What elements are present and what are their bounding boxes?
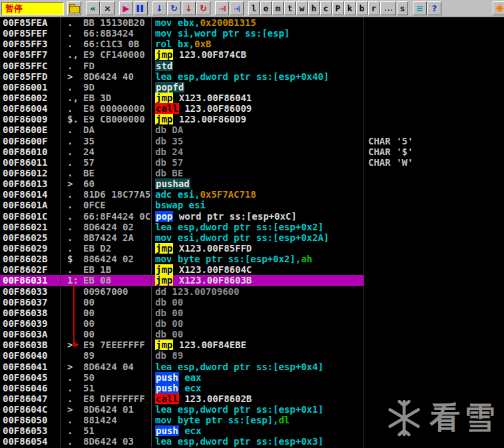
- disasm-row[interactable]: 00F86013>60pushad: [0, 178, 504, 189]
- handles-pane-button[interactable]: h: [308, 1, 320, 15]
- run-button[interactable]: ▶: [119, 1, 133, 15]
- source-pane-button[interactable]: s: [397, 1, 408, 15]
- disasm-row[interactable]: 00F86002.,EB 3Djmp X123.00F86041: [0, 93, 504, 103]
- run-trace-pane-button[interactable]: ...: [380, 1, 396, 15]
- comment-cell: [364, 103, 504, 114]
- disassembly-cell: db DA: [152, 124, 364, 135]
- executables-pane-button[interactable]: e: [260, 1, 272, 15]
- disasm-row[interactable]: 00F85FFD>8D6424 40lea esp,dword ptr ss:[…: [0, 71, 504, 82]
- analysis-marks-cell: .: [61, 157, 83, 168]
- step-over-icon: ↻: [170, 3, 178, 13]
- opcode-bytes-cell: 8D6424 40: [83, 71, 152, 82]
- disassembly-cell: jmp X123.00F8604C: [152, 264, 364, 275]
- analysis-marks-cell: [61, 297, 83, 308]
- patches-pane-button[interactable]: P: [332, 1, 344, 15]
- disasm-row[interactable]: 00F8603700db 00: [0, 297, 504, 308]
- disasm-row[interactable]: 00F86041>8D6424 04lea esp,dword ptr ss:[…: [0, 361, 504, 372]
- disassembly-cell: db 35: [152, 136, 364, 146]
- comment-cell: [364, 93, 504, 103]
- disasm-row[interactable]: 00F8600E.DAdb DA: [0, 124, 504, 135]
- disasm-row[interactable]: 00F85FEF.66:8B3424mov si,word ptr ss:[es…: [0, 28, 504, 39]
- references-pane-button[interactable]: r: [368, 1, 379, 15]
- disassembly-cell: db 00: [152, 297, 364, 308]
- disasm-row[interactable]: 00F8603800db 00: [0, 308, 504, 318]
- opcode-bytes-cell: EB 1B: [83, 264, 152, 275]
- address-cell: 00F86011: [0, 157, 61, 168]
- memory-pane-button[interactable]: m: [272, 1, 284, 15]
- disassembly-cell: pop word ptr ss:[esp+0xC]: [152, 211, 364, 222]
- address-cell: 00F86002: [0, 93, 61, 103]
- disasm-row[interactable]: 00F85FF3.66:C1C3 0Brol bx,0xB: [0, 39, 504, 49]
- disasm-row[interactable]: 00F86012.BEdb BE: [0, 168, 504, 178]
- disasm-row[interactable]: 00F8604089db 89: [0, 350, 504, 361]
- disasm-row[interactable]: 00F86014.81D6 18C77A5Fadc esi,0x5F7AC718: [0, 189, 504, 200]
- disasm-row[interactable]: 00F860311:EB 08jmp X123.00F8603B: [0, 275, 504, 286]
- disasm-row[interactable]: 00F85FF7.,E9 CF140000jmp 123.00F874CB: [0, 49, 504, 60]
- disasm-row[interactable]: 00F86025.8B7424 2Amov esi,dword ptr ss:[…: [0, 232, 504, 243]
- appearance-button[interactable]: ≡: [413, 1, 427, 15]
- analysis-marks-cell: .: [61, 222, 83, 232]
- pause-icon: ▌▌: [137, 5, 145, 12]
- disasm-row[interactable]: 00F8600F.35db 35CHAR '5': [0, 136, 504, 146]
- address-cell: 00F86039: [0, 318, 61, 329]
- plugin-button[interactable]: [493, 1, 504, 15]
- disasm-row[interactable]: 00F8601A.0FCEbswap esi: [0, 200, 504, 210]
- animate-into-button[interactable]: ↓: [182, 1, 196, 15]
- log-pane-button[interactable]: l: [248, 1, 260, 15]
- comment-cell: [364, 28, 504, 39]
- goto-icon: →|: [234, 5, 240, 12]
- disasm-row[interactable]: 00F86004.E8 00000000call 123.00F86009: [0, 103, 504, 114]
- address-cell: 00F86013: [0, 178, 61, 189]
- disasm-row[interactable]: 00F86001.9Dpopfd: [0, 82, 504, 93]
- threads-pane-button[interactable]: t: [284, 1, 296, 15]
- disassembly-cell: mov byte ptr ss:[esp+0x2],ah: [152, 254, 364, 264]
- disasm-row[interactable]: 00F8601C.66:8F4424 0Cpop word ptr ss:[es…: [0, 211, 504, 222]
- analysis-marks-cell: .: [61, 189, 83, 200]
- address-cell: 00F8601A: [0, 200, 61, 210]
- disasm-row[interactable]: 00F85FEA.BB 15130B20mov ebx,0x200B1315: [0, 17, 504, 28]
- exec-till-return-button[interactable]: →]: [215, 1, 229, 15]
- disassembly-cell: db BE: [152, 168, 364, 178]
- disasm-row[interactable]: 00F86045.50push eax: [0, 372, 504, 383]
- disassembly-listing[interactable]: 00F85FEA.BB 15130B20mov ebx,0x200B131500…: [0, 17, 504, 448]
- disasm-row[interactable]: 00F86009$.E9 CB000000jmp 123.00F860D9: [0, 114, 504, 124]
- breakpoints-pane-button[interactable]: b: [356, 1, 368, 15]
- opcode-bytes-cell: EB 08: [83, 275, 152, 286]
- disasm-row[interactable]: 00F8603900db 00: [0, 318, 504, 329]
- opcode-bytes-cell: 00967000: [83, 286, 152, 297]
- opcode-bytes-cell: 81D6 18C77A5F: [83, 189, 152, 200]
- open-file-button[interactable]: [67, 1, 81, 15]
- address-cell: 00F86010: [0, 146, 61, 157]
- disasm-row[interactable]: 00F86046.51push ecx: [0, 383, 504, 393]
- disasm-row[interactable]: 00F8602B$886424 02mov byte ptr ss:[esp+0…: [0, 254, 504, 264]
- goto-button[interactable]: →|: [230, 1, 244, 15]
- disasm-row[interactable]: 00F8603300967000dd 123.00709600: [0, 286, 504, 297]
- analysis-marks-cell: .: [61, 436, 83, 447]
- disasm-row[interactable]: 00F8603A00db 00: [0, 329, 504, 339]
- disasm-row[interactable]: 00F85FFC.FDstd: [0, 61, 504, 71]
- source-pane-label: s: [400, 3, 405, 13]
- restart-button[interactable]: «: [86, 1, 100, 15]
- animate-over-button[interactable]: ↻: [196, 1, 210, 15]
- address-cell: 00F86025: [0, 232, 61, 243]
- help-button[interactable]: ?: [427, 1, 441, 15]
- pause-button[interactable]: ▌▌: [134, 1, 148, 15]
- disasm-row[interactable]: 00F86011.57db 57CHAR 'W': [0, 157, 504, 168]
- disasm-row[interactable]: 00F86021.8D6424 02lea esp,dword ptr ss:[…: [0, 222, 504, 232]
- disasm-row[interactable]: 00F86010.24db 24CHAR '$': [0, 146, 504, 157]
- disasm-row[interactable]: 00F86029.EB D2jmp X123.00F85FFD: [0, 243, 504, 254]
- close-icon: ×: [104, 3, 111, 13]
- address-cell: 00F86038: [0, 308, 61, 318]
- disassembly-cell: std: [152, 61, 364, 71]
- address-cell: 00F86053: [0, 425, 61, 436]
- windows-pane-button[interactable]: w: [296, 1, 308, 15]
- step-into-button[interactable]: ↓: [152, 1, 166, 15]
- disassembly-cell: lea esp,dword ptr ss:[esp+0x2]: [152, 222, 364, 232]
- address-cell: 00F86041: [0, 361, 61, 372]
- analysis-marks-cell: .: [61, 425, 83, 436]
- close-button[interactable]: ×: [101, 1, 115, 15]
- call-stack-pane-button[interactable]: k: [344, 1, 356, 15]
- step-over-button[interactable]: ↻: [167, 1, 181, 15]
- cpu-pane-button[interactable]: c: [320, 1, 332, 15]
- disasm-row[interactable]: 00F8602F.EB 1Bjmp X123.00F8604C: [0, 264, 504, 275]
